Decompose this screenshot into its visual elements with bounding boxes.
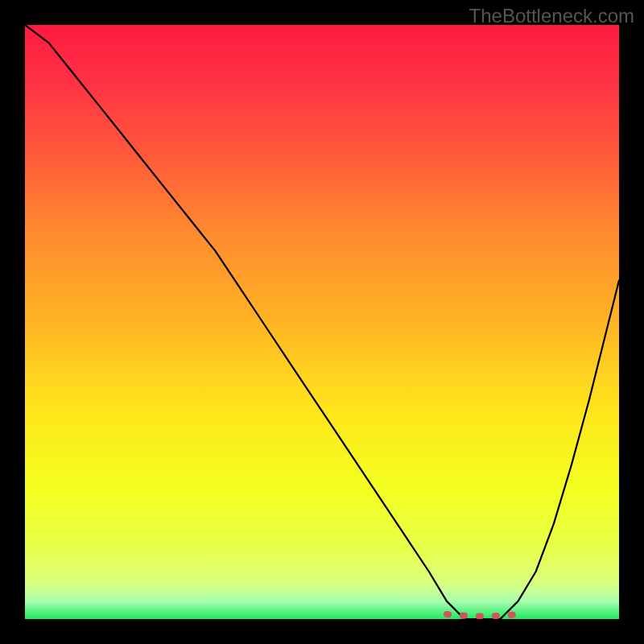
watermark-text: TheBottleneck.com [469, 5, 634, 27]
chart-area [25, 25, 619, 619]
gradient-background [25, 25, 619, 619]
chart-svg [25, 25, 619, 619]
